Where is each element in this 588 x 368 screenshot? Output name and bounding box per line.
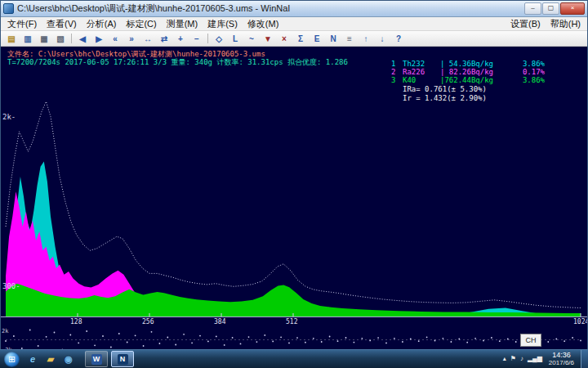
copy-icon[interactable]: ▧ bbox=[53, 32, 68, 46]
clock-time: 14:36 bbox=[549, 351, 574, 359]
legend-entry-Th232: 1Th232| 54.36Bq/kg3.86% bbox=[391, 60, 545, 68]
x-tick-label: 384 bbox=[214, 318, 225, 325]
word-task-button-icon: W bbox=[91, 354, 102, 365]
winnai-task-button-icon: N bbox=[118, 354, 128, 365]
toolbar: ▤▥▦▧◀▶«»↔⇄+−◇L~▼×ΣEN≡↑↓? bbox=[1, 31, 587, 47]
menu-item-2[interactable]: 分析(A) bbox=[82, 18, 122, 30]
full-view-icon[interactable]: ◇ bbox=[212, 32, 226, 46]
start-button[interactable]: ⊞ bbox=[4, 352, 20, 367]
toolbar-separator bbox=[207, 34, 208, 43]
spectrum-status: T=7200/7204s 2017-06-05 17:26:11 3/3 重量:… bbox=[7, 57, 348, 68]
total-spectrum-curve bbox=[6, 101, 581, 307]
y-tick-label: 2k- bbox=[2, 113, 16, 121]
word-task-button[interactable]: W bbox=[85, 351, 108, 367]
windows-logo-icon: ⊞ bbox=[8, 354, 16, 365]
cursor-right-icon[interactable]: ▶ bbox=[91, 32, 106, 46]
exposure-index-1: Ir = 1.432(± 2.90%) bbox=[391, 94, 545, 102]
roi-marker-icon[interactable]: ▼ bbox=[261, 32, 275, 46]
menu-right-item-0[interactable]: 设置(B) bbox=[506, 18, 546, 30]
legend-index: 3 bbox=[391, 76, 403, 84]
nuclide-legend: 1Th232| 54.36Bq/kg3.86%2Ra226| 82.26Bq/k… bbox=[391, 60, 545, 102]
x-tick-label: 128 bbox=[70, 318, 82, 325]
winnai-task-button[interactable]: N bbox=[111, 351, 134, 367]
ie-icon[interactable]: e bbox=[24, 352, 41, 366]
menu-bar: 文件(F)查看(V)分析(A)标定(C)测量(M)建库(S)修改(M) 设置(B… bbox=[1, 17, 587, 31]
legend-nuclide: Ra226 bbox=[403, 68, 440, 76]
legend-error: 0.17% bbox=[512, 68, 545, 76]
cursor-left-icon[interactable]: ◀ bbox=[75, 32, 90, 46]
x-tick-label: 256 bbox=[142, 318, 154, 325]
legend-index: 1 bbox=[391, 60, 403, 68]
log-scale-icon[interactable]: L bbox=[228, 32, 243, 46]
menu-items: 文件(F)查看(V)分析(A)标定(C)测量(M)建库(S)修改(M) bbox=[2, 18, 283, 30]
system-tray: ▴⚑♪▂▄▆ 14:36 2017/6/6 bbox=[503, 350, 588, 368]
app-window: C:\Users\bhc\Desktop\调试-建材测\hunhe-201706… bbox=[0, 0, 588, 350]
print-icon[interactable]: ▦ bbox=[37, 32, 51, 46]
show-desktop-button[interactable] bbox=[581, 350, 588, 368]
tray-expand-icon[interactable]: ▴ bbox=[503, 356, 506, 362]
zoom-out-icon[interactable]: − bbox=[189, 32, 204, 46]
roi-clear-icon[interactable]: × bbox=[277, 32, 292, 46]
swap-view-icon[interactable]: ⇄ bbox=[157, 32, 172, 46]
exposure-index-0: IRa= 0.761(± 5.30%) bbox=[391, 85, 545, 93]
svg-text:2k: 2k bbox=[2, 328, 9, 334]
menu-item-1[interactable]: 查看(V) bbox=[42, 18, 82, 30]
task-buttons: WN bbox=[85, 351, 137, 367]
x-tick-label: 512 bbox=[286, 318, 297, 325]
linear-scale-icon[interactable]: ~ bbox=[244, 32, 259, 46]
next-peak-icon[interactable]: » bbox=[124, 32, 139, 46]
save-icon[interactable]: ▥ bbox=[20, 32, 35, 46]
action-center-flag-icon[interactable]: ⚑ bbox=[510, 356, 516, 362]
legend-entry-Ra226: 2Ra226| 82.26Bq/kg0.17% bbox=[391, 68, 545, 76]
menu-right-item-1[interactable]: 帮助(H) bbox=[546, 18, 586, 30]
system-clock[interactable]: 14:36 2017/6/6 bbox=[549, 351, 574, 367]
energy-calibration-icon[interactable]: E bbox=[310, 32, 324, 46]
menu-item-4[interactable]: 测量(M) bbox=[162, 18, 203, 30]
legend-nuclide: Th232 bbox=[403, 60, 440, 68]
taskbar: ⊞ e▰◉ WN ▴⚑♪▂▄▆ 14:36 2017/6/6 bbox=[0, 349, 588, 368]
menu-item-3[interactable]: 标定(C) bbox=[121, 18, 161, 30]
nuclide-library-icon[interactable]: N bbox=[326, 32, 341, 46]
menu-item-5[interactable]: 建库(S) bbox=[203, 18, 243, 30]
residual-chart[interactable]: 2k-2k bbox=[1, 326, 587, 349]
quick-launch: e▰◉ bbox=[24, 352, 77, 366]
explorer-folder-icon[interactable]: ▰ bbox=[42, 352, 59, 366]
up-arrow-icon[interactable]: ↑ bbox=[359, 32, 373, 46]
window-title: C:\Users\bhc\Desktop\调试-建材测\hunhe-201706… bbox=[17, 2, 524, 15]
sum-icon[interactable]: Σ bbox=[293, 32, 308, 46]
prev-peak-icon[interactable]: « bbox=[108, 32, 122, 46]
volume-icon[interactable]: ♪ bbox=[520, 356, 523, 362]
zoom-in-icon[interactable]: + bbox=[173, 32, 188, 46]
toolbar-separator bbox=[71, 34, 72, 43]
network-icon[interactable]: ▂▄▆ bbox=[528, 356, 542, 362]
legend-nuclide: K40 bbox=[403, 76, 440, 84]
language-bar[interactable]: CH bbox=[520, 334, 541, 347]
app-icon bbox=[3, 3, 14, 14]
x-tick-label: 1024 bbox=[573, 318, 587, 325]
maximize-button[interactable]: ▢ bbox=[542, 2, 559, 15]
spectrum-area: 2k-300- 1282563845121024 2k-2k 文件名: C:\U… bbox=[1, 47, 587, 349]
menu-item-6[interactable]: 修改(M) bbox=[243, 18, 284, 30]
title-bar[interactable]: C:\Users\bhc\Desktop\调试-建材测\hunhe-201706… bbox=[1, 1, 587, 17]
legend-error: 3.86% bbox=[512, 76, 545, 84]
y-tick-label: 300- bbox=[2, 282, 20, 290]
menu-right-items: 设置(B)帮助(H) bbox=[506, 18, 586, 30]
close-button[interactable]: × bbox=[560, 2, 585, 15]
legend-error: 3.86% bbox=[512, 60, 545, 68]
report-icon[interactable]: ≡ bbox=[342, 32, 357, 46]
clock-date: 2017/6/6 bbox=[549, 359, 574, 367]
legend-activity: |762.44Bq/kg bbox=[440, 76, 512, 84]
expand-x-icon[interactable]: ↔ bbox=[140, 32, 155, 46]
down-arrow-icon[interactable]: ↓ bbox=[375, 32, 390, 46]
menu-item-0[interactable]: 文件(F) bbox=[2, 18, 42, 30]
legend-activity: | 54.36Bq/kg bbox=[440, 60, 512, 68]
legend-index: 2 bbox=[391, 68, 403, 76]
help-icon[interactable]: ? bbox=[391, 32, 406, 46]
open-file-icon[interactable]: ▤ bbox=[4, 32, 19, 46]
minimize-button[interactable]: – bbox=[524, 2, 541, 15]
legend-entry-K40: 3K40|762.44Bq/kg3.86% bbox=[391, 76, 545, 84]
media-player-icon[interactable]: ◉ bbox=[60, 352, 77, 366]
legend-activity: | 82.26Bq/kg bbox=[440, 68, 512, 76]
